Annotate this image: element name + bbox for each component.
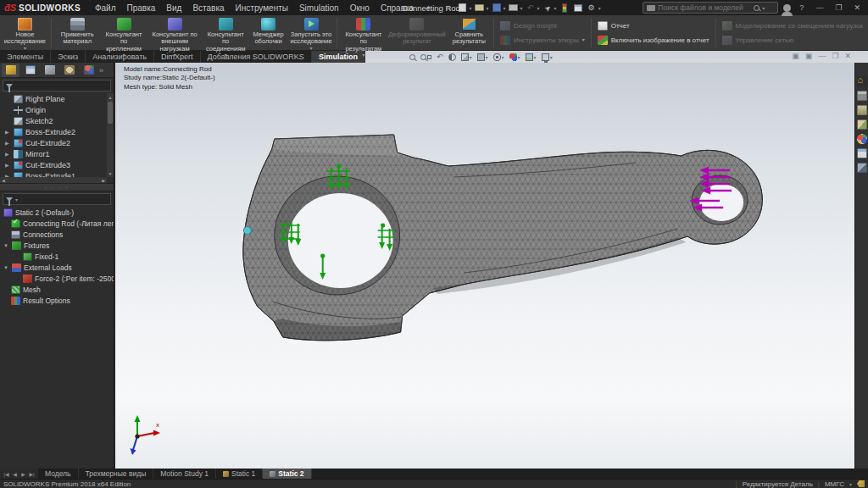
scroll-down-icon[interactable]: ▼: [107, 169, 114, 177]
select-button[interactable]: ➤: [539, 0, 555, 15]
custom-properties-icon[interactable]: [857, 148, 867, 158]
display-manager-tab[interactable]: [80, 64, 97, 77]
last-tab-icon[interactable]: ▶|: [28, 471, 36, 477]
doc-restore-icon[interactable]: ❐: [832, 52, 838, 60]
design-library-icon[interactable]: [857, 91, 867, 101]
tab-model[interactable]: Модель: [38, 469, 79, 479]
tags-icon[interactable]: [857, 480, 865, 487]
close-button[interactable]: ✕: [850, 3, 864, 12]
feature-tree-filter[interactable]: [3, 80, 111, 92]
tab-motion-study-1[interactable]: Motion Study 1: [153, 469, 216, 479]
feature-tree-scrollbar[interactable]: ▲ ▼: [107, 93, 114, 177]
prev-tab-icon[interactable]: ◀: [11, 471, 19, 477]
section-view-icon[interactable]: [448, 53, 456, 61]
doc-minimize-icon[interactable]: —: [818, 52, 826, 60]
restore-button[interactable]: ❐: [832, 3, 845, 12]
tree-item-origin[interactable]: Origin: [0, 104, 114, 115]
feature-manager-tab[interactable]: [2, 64, 19, 77]
appearances-scenes-icon[interactable]: [857, 134, 867, 144]
graphics-area[interactable]: Model name:Connecting Rod Study name:Sta…: [115, 63, 854, 469]
panel-splitter[interactable]: [0, 183, 114, 191]
dimxpert-manager-tab[interactable]: [60, 64, 78, 77]
pane-right-icon[interactable]: ▣: [805, 52, 813, 60]
study-item-fixtures[interactable]: Fixtures: [0, 240, 114, 251]
offloaded-simulation-button[interactable]: Моделирование со смещением нагрузок: [722, 19, 863, 32]
apply-material-button[interactable]: Применить материал: [54, 16, 101, 49]
file-properties-button[interactable]: [572, 3, 584, 14]
tab-static-2[interactable]: Static 2: [263, 469, 311, 479]
menu-file[interactable]: Файл: [90, 2, 121, 14]
collapse-icon[interactable]: [3, 265, 9, 270]
compare-results-button[interactable]: Сравнить результаты: [448, 16, 491, 49]
next-tab-icon[interactable]: ▶: [19, 471, 27, 477]
shell-manager-button[interactable]: Менеджер оболочки: [249, 16, 288, 49]
tree-item-sketch2[interactable]: Sketch2: [0, 115, 114, 126]
connections-advisor-button[interactable]: Консультант по соединениям ▾: [203, 16, 249, 49]
first-tab-icon[interactable]: |◀: [3, 471, 10, 477]
scroll-thumb[interactable]: [108, 102, 113, 124]
tab-sketch[interactable]: Эскиз: [51, 51, 86, 63]
deformed-result-button[interactable]: Деформированный результат: [387, 16, 447, 49]
display-style-icon[interactable]: ▾: [477, 53, 488, 61]
tab-simulation[interactable]: Simulation: [312, 51, 365, 63]
connecting-rod-mesh-model[interactable]: [115, 63, 854, 469]
study-item-connections[interactable]: Connections: [0, 229, 114, 240]
menu-view[interactable]: Вид: [161, 2, 186, 14]
home-button[interactable]: ⌂: [443, 3, 455, 14]
search-input[interactable]: [658, 3, 751, 12]
design-insight-button[interactable]: Design Insight: [500, 19, 585, 32]
view-orientation-icon[interactable]: ▾: [461, 53, 472, 61]
tab-evaluate[interactable]: Анализировать: [86, 51, 154, 63]
study-item-external-loads[interactable]: External Loads: [0, 262, 114, 273]
study-root[interactable]: Static 2 (-Default-): [0, 207, 114, 218]
pane-left-icon[interactable]: ▣: [792, 52, 799, 60]
search-box[interactable]: ▾: [643, 2, 778, 14]
menu-simulation[interactable]: Simulation: [294, 2, 344, 14]
scroll-left-icon[interactable]: ◀: [2, 178, 5, 183]
rebuild-button[interactable]: [559, 3, 570, 14]
expand-icon[interactable]: [5, 129, 11, 135]
menu-insert[interactable]: Вставка: [187, 2, 229, 14]
manage-network-button[interactable]: Управление сетью: [722, 34, 863, 47]
feature-tree-hscrollbar[interactable]: ◀▶: [0, 177, 107, 183]
study-item-fixed1[interactable]: Fixed-1: [0, 251, 114, 262]
apply-scene-icon[interactable]: ▾: [526, 53, 537, 61]
view-settings-icon[interactable]: ▾: [542, 53, 553, 61]
menu-help[interactable]: Справка: [376, 2, 419, 14]
tree-item-cut-extrude3[interactable]: Cut-Extrude3: [0, 159, 114, 170]
user-account-icon[interactable]: [783, 4, 791, 12]
report-button[interactable]: Отчет: [598, 19, 709, 32]
solidworks-forum-icon[interactable]: [857, 163, 867, 173]
panel-tabs-overflow-icon[interactable]: »: [99, 66, 103, 75]
tab-features[interactable]: Элементы: [0, 51, 51, 63]
menu-window[interactable]: Окно: [345, 2, 375, 14]
expand-icon[interactable]: [5, 151, 11, 157]
property-manager-tab[interactable]: [21, 64, 39, 77]
new-study-button[interactable]: Новое исследование ▾: [2, 16, 48, 49]
study-item-mesh[interactable]: Mesh: [0, 284, 114, 295]
study-item-force2[interactable]: Force-2 (:Per item: -2500 N:): [0, 273, 114, 284]
menu-edit[interactable]: Правка: [122, 2, 161, 14]
results-advisor-button[interactable]: Консультант по результатам ▾: [340, 16, 387, 49]
undo-button[interactable]: ↶: [525, 3, 537, 14]
tab-dimxpert[interactable]: DimXpert: [154, 51, 201, 63]
plot-tools-button[interactable]: Инструменты эпюры ▾: [500, 34, 585, 47]
study-item-part[interactable]: Connecting Rod (-Литая легирован: [0, 218, 114, 229]
tab-static-1[interactable]: Static 1: [216, 469, 263, 479]
home-tab-icon[interactable]: [857, 76, 867, 86]
tab-3d-views[interactable]: Трехмерные виды: [79, 469, 154, 479]
search-icon[interactable]: [754, 5, 760, 11]
expand-icon[interactable]: [5, 140, 11, 146]
scroll-up-icon[interactable]: ▲: [107, 93, 114, 101]
save-button[interactable]: [491, 3, 503, 14]
new-document-button[interactable]: [457, 3, 469, 14]
units-selector[interactable]: ММГС: [825, 480, 844, 488]
file-explorer-icon[interactable]: [857, 105, 867, 115]
study-item-result-options[interactable]: Result Options: [0, 295, 114, 306]
tab-addins[interactable]: Добавления SOLIDWORKS: [201, 51, 312, 63]
open-button[interactable]: [474, 3, 486, 14]
study-tree-filter[interactable]: ▾: [3, 193, 111, 205]
configuration-manager-tab[interactable]: [41, 64, 58, 77]
external-loads-advisor-button[interactable]: Консультант по внешним нагрузкам ▾: [147, 16, 202, 49]
tree-item-right-plane[interactable]: Right Plane: [0, 93, 114, 104]
